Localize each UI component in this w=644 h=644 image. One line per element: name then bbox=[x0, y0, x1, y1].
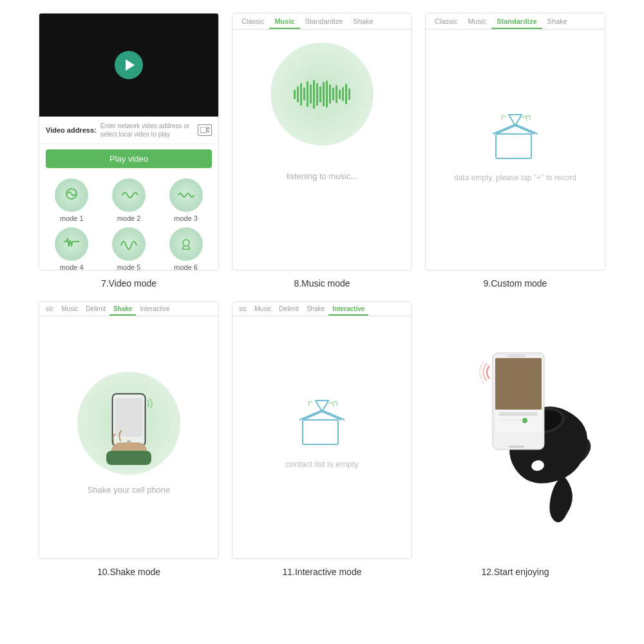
tab-music-8[interactable]: Music bbox=[269, 14, 299, 29]
custom-content: data empty, please tap "+" to record bbox=[426, 30, 605, 263]
mode-2[interactable]: mode 2 bbox=[103, 178, 155, 222]
tab-music-11[interactable]: Music bbox=[251, 302, 275, 316]
tab-interactive-10[interactable]: Interactive bbox=[136, 302, 173, 316]
modes-grid: mode 1 mode 2 mode 3 bbox=[39, 173, 218, 270]
tab-bar-10: sic Music Delimit Shake Interactive bbox=[39, 302, 218, 316]
contact-hint: contact list is empty bbox=[285, 459, 358, 469]
video-address-bar: Video address: Enter network video addre… bbox=[39, 117, 218, 144]
phone-shake-circle bbox=[77, 372, 180, 475]
mode-5[interactable]: mode 5 bbox=[103, 227, 155, 270]
product-illustration bbox=[425, 314, 605, 546]
card-10-shake-mode: sic Music Delimit Shake Interactive bbox=[39, 301, 219, 577]
mode-6[interactable]: mode 6 bbox=[160, 227, 212, 270]
mode-2-label: mode 2 bbox=[117, 214, 141, 222]
mode-1[interactable]: mode 1 bbox=[46, 178, 98, 222]
screen-7: Video address: Enter network video addre… bbox=[39, 13, 219, 270]
caption-7: 7.Video mode bbox=[101, 278, 156, 289]
tab-music-9[interactable]: Music bbox=[462, 14, 491, 29]
tab-sic-10[interactable]: sic bbox=[42, 302, 57, 316]
svg-rect-22 bbox=[495, 358, 542, 410]
tab-shake-8[interactable]: Shake bbox=[348, 14, 378, 29]
tab-delimit-11[interactable]: Delimit bbox=[275, 302, 303, 316]
tab-shake-9[interactable]: Shake bbox=[542, 14, 573, 29]
shake-label: Shake your cell phone bbox=[88, 485, 171, 495]
card-8-music-mode: Classic Music Standardize Shake bbox=[232, 13, 412, 289]
mode-3-label: mode 3 bbox=[174, 214, 198, 222]
mode-4[interactable]: mode 4 bbox=[46, 227, 98, 270]
tab-sic-11[interactable]: sic bbox=[235, 302, 251, 316]
tab-classic-8[interactable]: Classic bbox=[236, 14, 269, 29]
play-video-button[interactable]: Play video bbox=[46, 149, 212, 168]
mode-3-icon bbox=[169, 178, 203, 212]
card-7-video-mode: Video address: Enter network video addre… bbox=[39, 13, 219, 289]
empty-box-icon-2 bbox=[293, 397, 351, 449]
mode-3[interactable]: mode 3 bbox=[160, 178, 212, 222]
caption-8: 8.Music mode bbox=[294, 278, 350, 289]
caption-9: 9.Custom mode bbox=[484, 278, 547, 289]
svg-rect-14 bbox=[106, 451, 151, 465]
custom-hint: data empty, please tap "+" to record bbox=[441, 173, 589, 182]
screen-12 bbox=[425, 301, 605, 559]
tab-standardize-9[interactable]: Standardize bbox=[491, 14, 542, 29]
music-status: listening to music... bbox=[287, 171, 358, 181]
tab-bar-9: Classic Music Standardize Shake bbox=[426, 14, 605, 30]
mode-6-icon bbox=[169, 227, 203, 261]
svg-rect-10 bbox=[115, 398, 142, 437]
svg-rect-15 bbox=[303, 420, 338, 444]
main-container: Video address: Enter network video addre… bbox=[0, 0, 644, 644]
svg-point-26 bbox=[522, 418, 527, 423]
svg-point-3 bbox=[183, 240, 189, 246]
play-button[interactable] bbox=[115, 51, 143, 79]
svg-rect-7 bbox=[496, 134, 531, 158]
caption-10: 10.Shake mode bbox=[97, 567, 160, 577]
svg-rect-25 bbox=[499, 419, 525, 421]
svg-rect-24 bbox=[499, 412, 538, 416]
tab-bar-11: sic Music Delimit Shake Interactive bbox=[232, 302, 412, 316]
tab-delimit-10[interactable]: Delimit bbox=[82, 302, 109, 316]
row-2: sic Music Delimit Shake Interactive bbox=[13, 301, 631, 577]
card-9-custom-mode: Classic Music Standardize Shake bbox=[425, 13, 605, 289]
mode-1-icon bbox=[55, 178, 88, 212]
product-visual bbox=[425, 314, 605, 546]
caption-12: 12.Start enjoying bbox=[481, 567, 549, 577]
mode-1-label: mode 1 bbox=[60, 214, 84, 222]
mode-2-icon bbox=[112, 178, 146, 212]
card-12-start-enjoying: 12.Start enjoying bbox=[425, 301, 605, 577]
tab-interactive-11[interactable]: Interactive bbox=[328, 302, 368, 316]
screen-10: sic Music Delimit Shake Interactive bbox=[39, 301, 219, 559]
shake-content: Shake your cell phone bbox=[39, 316, 218, 550]
tab-music-10[interactable]: Music bbox=[57, 302, 82, 316]
interactive-content: contact list is empty bbox=[232, 316, 412, 550]
screen-11: sic Music Delimit Shake Interactive bbox=[232, 301, 412, 559]
mode-6-label: mode 6 bbox=[174, 263, 198, 270]
row-1: Video address: Enter network video addre… bbox=[13, 13, 631, 289]
screen-9: Classic Music Standardize Shake bbox=[425, 13, 605, 270]
tab-bar-8: Classic Music Standardize Shake bbox=[232, 14, 412, 30]
mode-5-icon bbox=[112, 227, 146, 261]
mode-4-label: mode 4 bbox=[60, 263, 84, 270]
screen-8: Classic Music Standardize Shake bbox=[232, 13, 412, 270]
video-file-icon[interactable] bbox=[198, 124, 212, 136]
svg-rect-27 bbox=[507, 354, 526, 357]
tab-shake-10[interactable]: Shake bbox=[109, 302, 136, 316]
tab-standardize-8[interactable]: Standardize bbox=[300, 14, 348, 29]
waveform bbox=[294, 78, 350, 110]
svg-marker-1 bbox=[207, 128, 209, 132]
card-11-interactive-mode: sic Music Delimit Shake Interactive bbox=[232, 301, 412, 577]
mode-4-icon bbox=[55, 227, 88, 261]
svg-rect-0 bbox=[200, 127, 207, 133]
music-content: listening to music... bbox=[232, 30, 412, 194]
video-address-input: Enter network video address or select lo… bbox=[100, 122, 194, 138]
svg-rect-28 bbox=[509, 446, 524, 448]
music-circle bbox=[270, 43, 374, 146]
empty-box-icon bbox=[486, 111, 544, 163]
tab-shake-11[interactable]: Shake bbox=[303, 302, 328, 316]
video-address-label: Video address: bbox=[46, 126, 97, 134]
video-area bbox=[39, 14, 218, 117]
tab-classic-9[interactable]: Classic bbox=[430, 14, 462, 29]
caption-11: 11.Interactive mode bbox=[283, 567, 362, 577]
shake-phone-icon bbox=[93, 381, 164, 465]
mode-5-label: mode 5 bbox=[117, 263, 141, 270]
